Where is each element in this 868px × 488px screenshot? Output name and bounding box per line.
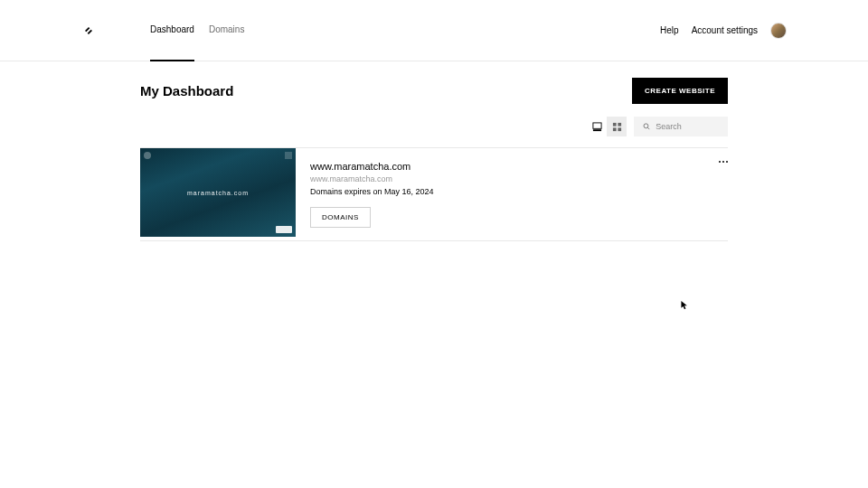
list-view-icon — [592, 122, 602, 132]
thumbnail-youtube-icon — [276, 226, 292, 233]
nav-tab-domains[interactable]: Domains — [209, 0, 244, 61]
site-url[interactable]: www.maramatcha.com — [310, 174, 713, 183]
avatar[interactable] — [770, 23, 787, 39]
site-title[interactable]: www.maramatcha.com — [310, 161, 713, 172]
title-row: My Dashboard CREATE WEBSITE — [140, 61, 728, 117]
dot-icon — [722, 161, 724, 163]
svg-line-7 — [647, 127, 649, 129]
search-input[interactable] — [656, 122, 719, 131]
domains-button[interactable]: DOMAINS — [310, 207, 371, 228]
toolbar — [140, 117, 728, 148]
nav-tab-label: Domains — [209, 24, 244, 34]
view-grid-button[interactable] — [607, 117, 627, 136]
nav-tabs: Dashboard Domains — [150, 0, 244, 61]
view-list-button[interactable] — [587, 117, 607, 136]
search-box[interactable] — [634, 117, 728, 136]
view-toggle — [587, 117, 627, 136]
help-link[interactable]: Help — [660, 25, 679, 35]
account-settings-link[interactable]: Account settings — [692, 25, 758, 35]
thumbnail-text: maramatcha.com — [187, 190, 249, 196]
site-thumbnail[interactable]: maramatcha.com — [140, 148, 296, 237]
site-row[interactable]: maramatcha.com www.maramatcha.com www.ma… — [140, 148, 728, 241]
nav-tab-dashboard[interactable]: Dashboard — [150, 0, 194, 61]
svg-rect-3 — [618, 122, 621, 126]
header-right: Help Account settings — [660, 23, 787, 39]
cursor-icon — [681, 301, 688, 310]
header: Dashboard Domains Help Account settings — [0, 0, 868, 61]
site-menu-button[interactable] — [719, 161, 728, 163]
header-left: Dashboard Domains — [81, 0, 244, 61]
squarespace-logo-icon[interactable] — [81, 23, 96, 38]
svg-rect-4 — [612, 127, 616, 131]
dot-icon — [726, 161, 728, 163]
grid-view-icon — [612, 122, 622, 132]
dot-icon — [719, 161, 721, 163]
svg-rect-5 — [618, 127, 621, 131]
create-website-button[interactable]: CREATE WEBSITE — [632, 78, 728, 104]
svg-rect-2 — [612, 122, 616, 126]
page-title: My Dashboard — [140, 83, 233, 99]
thumbnail-badge-icon — [144, 152, 151, 159]
svg-rect-1 — [592, 129, 600, 131]
svg-point-6 — [644, 124, 648, 128]
nav-tab-label: Dashboard — [150, 24, 194, 34]
svg-rect-0 — [592, 122, 600, 127]
content: My Dashboard CREATE WEBSITE — [0, 61, 868, 241]
thumbnail-expand-icon — [285, 152, 292, 159]
search-icon — [643, 122, 650, 131]
site-expires: Domains expires on May 16, 2024 — [310, 187, 713, 196]
site-info: www.maramatcha.com www.maramatcha.com Do… — [296, 148, 728, 240]
